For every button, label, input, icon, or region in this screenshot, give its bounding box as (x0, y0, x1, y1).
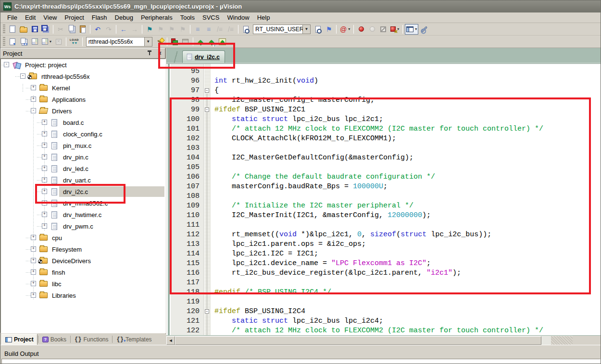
menu-debug[interactable]: Debug (111, 13, 137, 22)
code-line-104[interactable]: I2C_MasterGetDefaultConfig(&masterConfig… (214, 153, 601, 163)
build-output-content[interactable] (1, 359, 601, 364)
tree-expander[interactable]: - (31, 108, 36, 113)
code-line-109[interactable]: /* Initialize the I2C master peripheral … (214, 201, 601, 211)
tree-expander[interactable]: + (42, 143, 47, 148)
target-combo[interactable]: rtthread-lpc55s6x▼ (86, 37, 152, 47)
tree-expander[interactable]: + (31, 258, 36, 263)
line-number[interactable]: 121 (171, 316, 200, 326)
translate-file-icon[interactable] (7, 36, 18, 47)
unindent-icon[interactable]: ≡ (192, 24, 203, 35)
line-number[interactable]: 118 (171, 288, 200, 297)
code-line-101[interactable]: /* attach 12 MHz clock to FLEXCOMM2 (I2C… (214, 124, 601, 134)
quick-find-icon[interactable]: @▾ (338, 24, 351, 35)
code-line-116[interactable]: rt_i2c_bus_device_register(&lpc_i2c1.par… (214, 268, 601, 278)
undo-icon[interactable]: ↶ (92, 24, 103, 35)
tree-expander[interactable]: + (31, 269, 36, 275)
code-line-107[interactable]: masterConfig.baudRate_Bps = 100000U; (214, 182, 601, 192)
line-number[interactable]: 120 (171, 307, 200, 316)
line-number[interactable]: 110 (171, 211, 200, 220)
menu-view[interactable]: View (39, 13, 61, 22)
tree-expander[interactable]: + (42, 120, 47, 125)
copy-icon[interactable] (66, 24, 77, 35)
code-line-98[interactable]: i2c_master_config_t masterConfig; (214, 96, 601, 105)
line-number[interactable]: 116 (171, 268, 200, 278)
tree-item-cpu[interactable]: +cpu (1, 232, 165, 243)
batch-build-icon[interactable]: ▾ (40, 36, 53, 47)
code-line-121[interactable]: static struct lpc_i2c_bus lpc_i2c4; (214, 316, 601, 326)
line-number[interactable]: 97 (171, 86, 200, 96)
build-target-icon[interactable] (18, 36, 29, 47)
title-bar[interactable]: Ws C:\nxp\rt-thread\bsp\lpc55sxx\lpc55s6… (0, 0, 601, 12)
line-number[interactable]: 99 (171, 105, 200, 115)
find-next-icon[interactable] (313, 24, 323, 35)
code-line-96[interactable]: int rt_hw_i2c_init(void) (214, 76, 601, 86)
tree-item-finsh[interactable]: +finsh (1, 267, 165, 278)
line-number[interactable]: 113 (171, 240, 200, 249)
menu-help[interactable]: Help (253, 13, 274, 22)
toolbar1-grip[interactable] (3, 24, 5, 34)
configure-icon[interactable] (419, 24, 429, 35)
code-line-105[interactable] (214, 163, 601, 172)
line-number[interactable]: 122 (171, 326, 200, 336)
tree-expander[interactable]: + (31, 85, 36, 90)
line-number[interactable]: 106 (171, 172, 200, 182)
menu-edit[interactable]: Edit (21, 13, 39, 22)
line-number[interactable]: 108 (171, 192, 200, 201)
tree-item-drv-pwm-c[interactable]: +drv_pwm.c (1, 220, 165, 232)
tree-expander[interactable]: + (42, 189, 47, 194)
line-number[interactable]: 119 (171, 297, 200, 307)
fold-marker[interactable]: − (205, 108, 209, 112)
chevron-down-icon[interactable]: ▼ (144, 37, 152, 46)
tree-expander[interactable]: - (4, 62, 9, 67)
tree-item-drv-uart-c[interactable]: +drv_uart.c (1, 174, 165, 186)
tree-expander[interactable]: + (31, 246, 36, 252)
tree-expander[interactable]: + (31, 235, 36, 240)
tree-item-drv-i2c-c[interactable]: +drv_i2c.c (1, 186, 165, 197)
code-line-120[interactable]: #ifdef BSP_USING_I2C4 (214, 307, 601, 316)
menu-svcs[interactable]: SVCS (199, 13, 223, 22)
line-number[interactable]: 101 (171, 124, 200, 134)
code-line-115[interactable]: lpc_i2c1.device_name = "LPC Flexcomm1 as… (214, 259, 601, 268)
fold-marker[interactable]: − (205, 88, 209, 93)
fold-marker[interactable]: − (205, 309, 209, 314)
tree-expander[interactable]: + (42, 154, 47, 159)
tree-expander[interactable]: - (20, 73, 25, 79)
panel-tab-functions[interactable]: {}Functions (71, 334, 112, 345)
manage-project-items-icon[interactable] (180, 36, 191, 47)
close-icon[interactable]: × (156, 50, 163, 56)
scrollbar-track[interactable] (541, 336, 551, 345)
editor-tab-drv-i2c[interactable]: drv_i2c.c (182, 50, 225, 63)
code-line-102[interactable]: CLOCK_AttachClk(kFRO12M_to_FLEXCOMM1); (214, 134, 601, 144)
file-extensions-icon[interactable]: ◆ (195, 36, 206, 47)
line-number[interactable]: 117 (171, 278, 200, 288)
paste-icon[interactable] (77, 24, 88, 35)
line-number[interactable]: 96 (171, 76, 200, 86)
code-line-106[interactable]: /* Change the default baudrate configura… (214, 172, 601, 182)
tree-item-kernel[interactable]: +Kernel (1, 82, 165, 94)
line-number[interactable]: 105 (171, 163, 200, 172)
code-line-95[interactable] (214, 67, 601, 76)
code-line-108[interactable] (214, 192, 601, 201)
menu-project[interactable]: Project (61, 13, 88, 22)
line-number[interactable]: 115 (171, 259, 200, 268)
indent-icon[interactable]: ≡ (203, 24, 214, 35)
window-layout-icon[interactable]: ▾ (405, 24, 418, 35)
download-to-flash-icon[interactable]: LOAD▼▼ (68, 36, 80, 47)
code-line-112[interactable]: rt_memset((void *)&lpc_i2c1, 0, sizeof(s… (214, 230, 601, 240)
menu-tools[interactable]: Tools (176, 13, 199, 22)
tree-item-drv-led-c[interactable]: +drv_led.c (1, 163, 165, 174)
tree-expander[interactable]: + (42, 223, 47, 229)
code-line-114[interactable]: lpc_i2c1.I2C = I2C1; (214, 249, 601, 259)
tree-item-applications[interactable]: +Applications (1, 94, 165, 105)
scroll-left-arrow-icon[interactable]: ◄ (166, 336, 175, 345)
code-line-113[interactable]: lpc_i2c1.parent.ops = &i2c_ops; (214, 240, 601, 249)
menu-file[interactable]: File (3, 13, 21, 22)
tree-item-drivers[interactable]: -Drivers (1, 105, 165, 117)
panel-tab-templates[interactable]: {}Templates (113, 334, 155, 345)
tree-expander[interactable]: + (31, 281, 36, 286)
tree-item-libraries[interactable]: +Libraries (1, 290, 165, 301)
manage-run-time-environment-icon[interactable] (169, 36, 180, 47)
toolbar2-grip[interactable] (3, 37, 5, 47)
tree-expander[interactable]: + (42, 177, 47, 182)
panel-tab-project[interactable]: Project (1, 334, 38, 345)
